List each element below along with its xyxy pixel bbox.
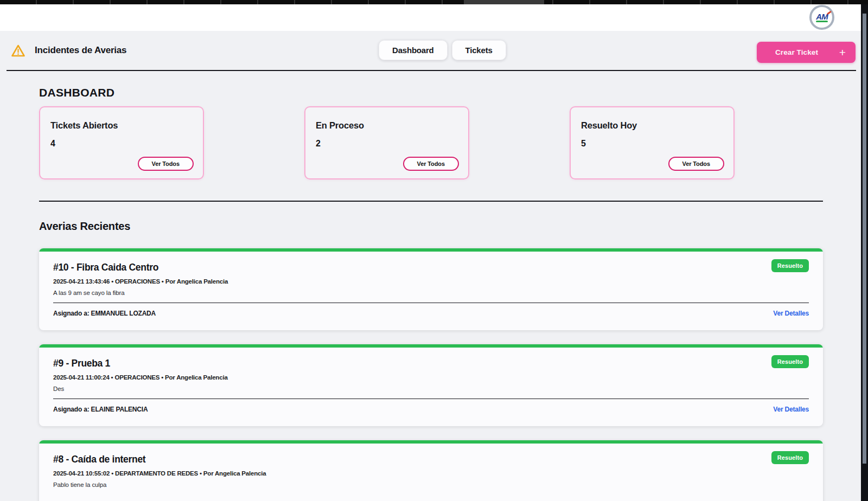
scrollbar[interactable] [861,4,868,501]
ver-detalles-link[interactable]: Ver Detalles [773,406,809,413]
warning-icon [11,44,25,57]
main-content: DASHBOARD Tickets Abiertos 4 Ver Todos E… [0,71,861,501]
create-ticket-label: Crear Ticket [775,48,818,56]
section-divider [39,201,823,202]
logo-text: AM [816,13,827,20]
ver-todos-button[interactable]: Ver Todos [668,157,724,171]
stat-title: Resuelto Hoy [581,120,723,131]
tab-dashboard[interactable]: Dashboard [379,40,448,60]
header-divider [7,70,856,71]
plus-icon: + [839,47,846,58]
dashboard-heading: DASHBOARD [39,86,823,99]
status-badge: Resuelto [771,355,809,368]
ticket-title: #10 - Fibra Caida Centro [53,262,158,273]
ticket-title: #9 - Prueba 1 [53,358,110,369]
stat-card-open-tickets: Tickets Abiertos 4 Ver Todos [39,106,204,179]
stat-value: 4 [50,139,193,149]
ticket-divider [53,303,809,303]
company-logo[interactable]: AM [809,5,834,30]
ticket-card: #9 - Prueba 1 Resuelto 2025-04-21 11:00:… [39,344,823,426]
tab-tickets[interactable]: Tickets [452,40,506,60]
stat-title: En Proceso [316,120,458,131]
ticket-description: Pablo tiene la culpa [53,481,809,488]
stats-row: Tickets Abiertos 4 Ver Todos En Proceso … [39,106,823,179]
ticket-card: #10 - Fibra Caida Centro Resuelto 2025-0… [39,248,823,330]
stat-title: Tickets Abiertos [50,120,193,131]
ticket-title: #8 - Caída de internet [53,454,145,465]
titlebar: AM [0,4,868,31]
stat-value: 2 [316,139,458,149]
recent-heading: Averias Recientes [39,220,823,233]
ticket-description: Des [53,386,809,392]
ver-todos-button[interactable]: Ver Todos [138,157,194,171]
ticket-meta: 2025-04-21 11:00:24 • OPERACIONES • Por … [53,374,809,381]
page-title: Incidentes de Averias [35,45,126,56]
ticket-assigned: Asignado a: ELAINE PALENCIA [53,406,148,413]
header-nav: Dashboard Tickets [379,40,506,60]
ticket-description: A las 9 am se cayo la fibra [53,290,809,296]
browser-active-tab[interactable] [464,0,544,4]
stat-card-in-progress: En Proceso 2 Ver Todos [304,106,469,179]
status-badge: Resuelto [771,259,809,272]
ticket-meta: 2025-04-21 13:43:46 • OPERACIONES • Por … [53,278,809,285]
ticket-list: #10 - Fibra Caida Centro Resuelto 2025-0… [39,248,823,501]
ver-detalles-link[interactable]: Ver Detalles [773,310,809,317]
ticket-card: #8 - Caída de internet Resuelto 2025-04-… [39,440,823,501]
scrollbar-thumb[interactable] [863,14,866,464]
ticket-assigned: Asignado a: EMMANUEL LOZADA [53,310,156,317]
create-ticket-button[interactable]: Crear Ticket + [757,42,856,63]
browser-tab-strip[interactable] [0,0,868,4]
app-header: Incidentes de Averias Dashboard Tickets … [0,31,868,71]
stat-value: 5 [581,139,723,149]
ticket-meta: 2025-04-21 10:55:02 • DEPARTAMENTO DE RE… [53,470,809,477]
status-badge: Resuelto [771,451,809,464]
stat-card-resolved-today: Resuelto Hoy 5 Ver Todos [570,106,735,179]
ticket-divider [53,399,809,399]
ver-todos-button[interactable]: Ver Todos [403,157,459,171]
